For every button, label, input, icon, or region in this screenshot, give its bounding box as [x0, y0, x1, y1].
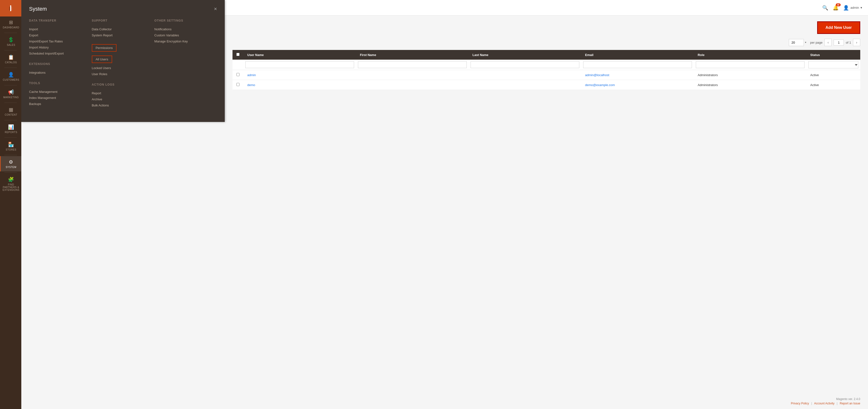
link-notifications[interactable]: Notifications: [154, 26, 211, 32]
page-next-button[interactable]: ›: [853, 39, 860, 46]
row-lastname-cell: [469, 80, 581, 90]
page-number-input[interactable]: [834, 39, 844, 46]
section-title-extensions: Extensions: [29, 62, 86, 66]
row-checkbox-cell: [232, 70, 243, 80]
close-button[interactable]: ×: [214, 6, 217, 12]
search-icon-btn[interactable]: 🔍: [822, 5, 828, 11]
filter-username-input[interactable]: [245, 61, 354, 68]
sidebar-item-sales[interactable]: 💲 Sales: [0, 34, 21, 49]
pagination-row: 20 30 50 100 200 per page ‹ of 1 ›: [232, 39, 860, 46]
sidebar-item-marketing[interactable]: 📢 Marketing: [0, 86, 21, 101]
link-import-export-tax[interactable]: Import/Export Tax Rates: [29, 38, 86, 45]
permissions-label: Permissions: [96, 46, 113, 50]
col-header-lastname: Last Name: [469, 50, 581, 60]
sidebar-item-reports[interactable]: 📊 Reports: [0, 121, 21, 137]
sidebar-item-label: Customers: [3, 79, 19, 81]
dashboard-icon: ⊞: [9, 20, 13, 25]
sidebar-divider: [4, 172, 17, 173]
sidebar-item-customers[interactable]: 👤 Customers: [0, 69, 21, 84]
link-user-roles[interactable]: User Roles: [92, 71, 149, 77]
section-title-support: Support: [92, 19, 149, 22]
select-all-checkbox[interactable]: [237, 53, 240, 56]
notifications-bell-icon[interactable]: 🔔 39: [833, 5, 839, 11]
topbar: 🔍 🔔 39 👤 admin ▾: [225, 0, 868, 16]
sidebar-item-label: System: [6, 166, 16, 169]
row-email-link[interactable]: demo@example.com: [585, 83, 615, 87]
reports-icon: 📊: [8, 124, 14, 130]
section-extensions: Extensions Integrations: [29, 62, 86, 76]
catalog-icon: 📋: [8, 54, 14, 60]
sidebar-item-find-partners[interactable]: 🧩 Find Partners & Extensions: [0, 174, 21, 194]
filter-role-input[interactable]: [696, 61, 805, 68]
sidebar-divider: [4, 50, 17, 51]
link-manage-encryption-key[interactable]: Manage Encryption Key: [154, 38, 211, 45]
section-title-tools: Tools: [29, 82, 86, 85]
user-menu[interactable]: 👤 admin ▾: [843, 5, 862, 11]
footer-sep-2: |: [837, 402, 837, 405]
footer-account-activity-link[interactable]: Account Activity: [814, 402, 834, 405]
section-permissions: Permissions All Users Locked Users User …: [92, 44, 149, 77]
link-custom-variables[interactable]: Custom Variables: [154, 32, 211, 38]
link-system-report[interactable]: System Report: [92, 32, 149, 38]
topbar-icons: 🔍 🔔 39 👤 admin ▾: [822, 5, 862, 11]
all-users-highlighted-box[interactable]: All Users: [92, 56, 112, 63]
row-checkbox[interactable]: [237, 83, 240, 86]
page-footer: Magento ver. 2.4.0 Privacy Policy | Acco…: [225, 393, 868, 409]
filter-lastname-input[interactable]: [471, 61, 579, 68]
section-tools: Tools Cache Management Index Management …: [29, 82, 86, 107]
sidebar-item-system[interactable]: ⚙ System: [0, 156, 21, 171]
filter-firstname-input[interactable]: [358, 61, 467, 68]
version-label: Magento ver. 2.4.0: [836, 397, 860, 401]
link-scheduled-import-export[interactable]: Scheduled Import/Export: [29, 51, 86, 57]
sidebar-item-dashboard[interactable]: ⊞ Dashboard: [0, 17, 21, 32]
per-page-select[interactable]: 20 30 50 100 200: [789, 39, 804, 46]
link-export[interactable]: Export: [29, 32, 86, 38]
page-prev-button[interactable]: ‹: [825, 39, 832, 46]
link-backups[interactable]: Backups: [29, 101, 86, 107]
row-checkbox[interactable]: [237, 73, 240, 76]
partners-icon: 🧩: [8, 176, 14, 182]
link-integrations[interactable]: Integrations: [29, 69, 86, 76]
add-new-user-button[interactable]: Add New User: [817, 21, 860, 34]
dropdown-header: System ×: [29, 6, 217, 12]
sidebar-item-label: Sales: [7, 43, 15, 46]
sidebar-item-label: Catalog: [5, 61, 17, 64]
system-dropdown: System × Data Transfer Import Export Imp…: [21, 0, 225, 122]
link-import[interactable]: Import: [29, 26, 86, 32]
sidebar-item-catalog[interactable]: 📋 Catalog: [0, 51, 21, 67]
filter-status-select[interactable]: Active Inactive: [808, 61, 858, 68]
link-locked-users[interactable]: Locked Users: [92, 65, 149, 71]
row-username-link[interactable]: demo: [247, 83, 255, 87]
filter-username-col: [243, 60, 356, 70]
row-firstname-cell: [356, 70, 469, 80]
sidebar-item-content[interactable]: ▦ Content: [0, 104, 21, 119]
link-report[interactable]: Report: [92, 90, 149, 96]
link-archive[interactable]: Archive: [92, 96, 149, 102]
sidebar-divider: [4, 155, 17, 155]
sidebar-item-label: Content: [5, 114, 18, 116]
footer-privacy-policy-link[interactable]: Privacy Policy: [791, 402, 809, 405]
table-row: admin admin@localhost Administrators Act…: [232, 70, 860, 80]
system-icon: ⚙: [9, 159, 13, 165]
link-bulk-actions[interactable]: Bulk Actions: [92, 102, 149, 108]
section-title-action-logs: Action Logs: [92, 83, 149, 86]
col-header-username: User Name: [243, 50, 356, 60]
row-status-cell: Active: [806, 80, 860, 90]
user-label: admin: [850, 6, 859, 9]
row-username-link[interactable]: admin: [247, 73, 256, 77]
row-email-link[interactable]: admin@localhost: [585, 73, 609, 77]
link-import-history[interactable]: Import History: [29, 45, 86, 51]
page-content: Add New User 20 30 50 100 200 per page ‹…: [225, 16, 868, 393]
sidebar: ⊞ Dashboard 💲 Sales 📋 Catalog 👤 Customer…: [0, 0, 21, 409]
users-table: User Name First Name Last Name Email Rol…: [232, 50, 860, 90]
footer-report-issue-link[interactable]: Report an Issue: [840, 402, 860, 405]
filter-email-input[interactable]: [583, 61, 692, 68]
sidebar-item-stores[interactable]: 🏪 Stores: [0, 139, 21, 154]
link-data-collector[interactable]: Data Collector: [92, 26, 149, 32]
sidebar-divider: [4, 33, 17, 33]
user-dropdown-icon: ▾: [861, 6, 862, 9]
link-index-management[interactable]: Index Management: [29, 95, 86, 101]
link-cache-management[interactable]: Cache Management: [29, 89, 86, 95]
filter-email-col: [581, 60, 694, 70]
permissions-highlighted-box[interactable]: Permissions: [92, 44, 117, 52]
